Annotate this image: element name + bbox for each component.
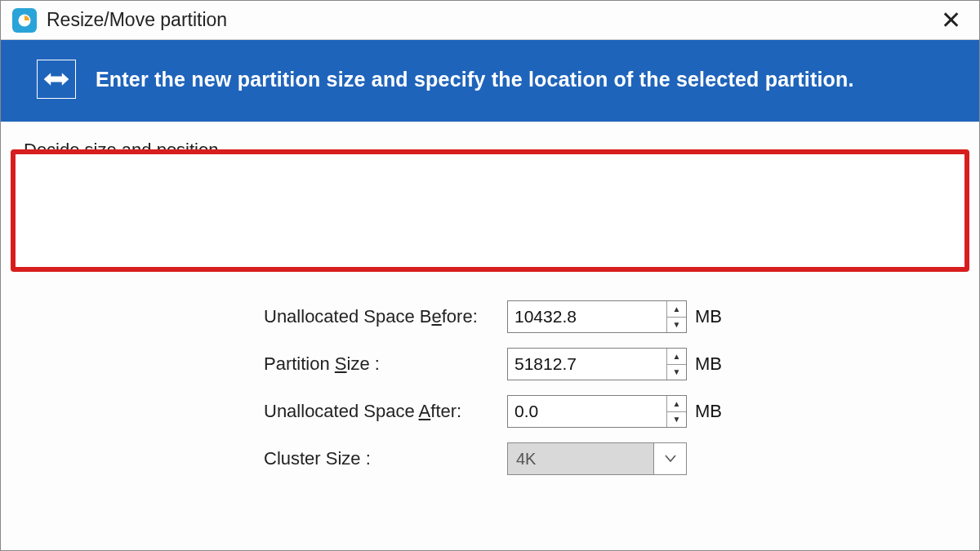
stepper-up-icon: ▲ — [667, 396, 686, 412]
value-cluster-size: 4K — [516, 450, 536, 469]
input-unallocated-before[interactable]: 10432.8 ▲▼ — [507, 300, 687, 333]
stepper-down-icon: ▼ — [667, 412, 686, 428]
stepper-buttons[interactable]: ▲▼ — [666, 396, 686, 427]
input-unallocated-after[interactable]: 0.0 ▲▼ — [507, 395, 687, 428]
label-unallocated-before: Unallocated Space Before: — [1, 306, 507, 327]
label-partition-size: Partition Size : — [1, 353, 507, 375]
slider-unallocated-before — [29, 184, 187, 262]
chevron-down-icon[interactable] — [653, 443, 686, 474]
stepper-down-icon: ▼ — [667, 318, 686, 333]
label-cluster-size: Cluster Size : — [1, 448, 507, 469]
slider-handle-right[interactable] — [946, 214, 964, 232]
dialog-body: Decide size and position 51812MB Unalloc… — [1, 122, 979, 550]
label-unallocated-after: Unallocated Space After: — [1, 401, 507, 422]
app-icon — [12, 8, 37, 33]
unit-mb: MB — [695, 306, 722, 327]
dialog-window: Resize/Move partition ✕ Enter the new pa… — [0, 0, 980, 551]
size-form: Unallocated Space Before: 10432.8 ▲▼ MB … — [1, 293, 979, 482]
unit-mb: MB — [695, 401, 722, 422]
section-title: Decide size and position — [24, 140, 218, 161]
input-partition-size[interactable]: 51812.7 ▲▼ — [507, 348, 687, 380]
titlebar: Resize/Move partition ✕ — [1, 1, 979, 40]
window-title: Resize/Move partition — [47, 9, 227, 31]
unit-mb: MB — [695, 353, 722, 375]
slider-handle-left[interactable] — [178, 214, 196, 232]
value-unallocated-before: 10432.8 — [514, 307, 577, 327]
row-cluster-size: Cluster Size : 4K — [1, 435, 979, 482]
slider-used-fill — [206, 189, 908, 214]
stepper-buttons[interactable]: ▲▼ — [666, 301, 686, 332]
slider-free-tail — [910, 189, 949, 214]
row-partition-size: Partition Size : 51812.7 ▲▼ MB — [1, 340, 979, 388]
instruction-banner: Enter the new partition size and specify… — [1, 40, 979, 122]
row-unallocated-after: Unallocated Space After: 0.0 ▲▼ MB — [1, 388, 979, 435]
value-unallocated-after: 0.0 — [514, 402, 538, 421]
slider-partition-label: 51812MB — [206, 231, 286, 253]
stepper-up-icon: ▲ — [667, 349, 686, 365]
stepper-up-icon: ▲ — [667, 301, 686, 318]
row-unallocated-before: Unallocated Space Before: 10432.8 ▲▼ MB — [1, 293, 979, 340]
stepper-down-icon: ▼ — [667, 365, 686, 380]
close-icon[interactable]: ✕ — [934, 8, 968, 33]
partition-slider[interactable]: 51812MB — [29, 184, 955, 262]
select-cluster-size[interactable]: 4K — [507, 442, 687, 475]
value-partition-size: 51812.7 — [514, 354, 577, 374]
stepper-buttons[interactable]: ▲▼ — [666, 349, 686, 380]
instruction-text: Enter the new partition size and specify… — [96, 68, 854, 91]
resize-arrows-icon — [37, 60, 76, 99]
slider-partition-area[interactable]: 51812MB — [187, 184, 955, 262]
